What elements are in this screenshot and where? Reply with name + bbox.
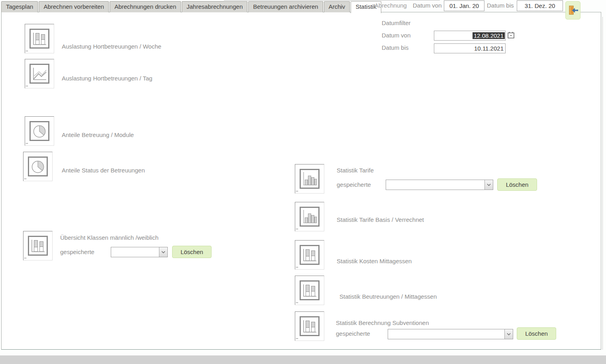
saved-select-value <box>111 247 159 257</box>
chart-label-statistik-tarife: Statistik Tarife <box>337 167 374 174</box>
chevron-down-icon[interactable] <box>504 329 513 339</box>
statistik-tarife-basis-button[interactable] <box>295 202 324 231</box>
anteile-status-button[interactable] <box>23 152 53 181</box>
chart-label-kosten-mittagessen: Statistik Kosten Mittagessen <box>337 258 412 264</box>
gespeicherte-label: gespeicherte <box>60 249 94 255</box>
abrechnung-label: Abrechnung <box>375 2 407 9</box>
stacked-bar-chart-icon <box>298 244 321 266</box>
exit-button[interactable] <box>565 1 581 20</box>
exit-door-arrow-icon <box>567 4 579 16</box>
header-datum-bis-label: Datum bis <box>487 2 514 9</box>
tab-betreuungen-archivieren[interactable]: Betreuungen archivieren <box>248 1 323 12</box>
datumfilter-bis-input[interactable]: 10.11.2021 <box>434 43 506 53</box>
calendar-icon <box>507 31 515 39</box>
tab-jahresabrechnungen[interactable]: Jahresabrechnungen <box>182 1 247 12</box>
uebersicht-klassen-saved-select[interactable] <box>111 247 168 257</box>
gespeicherte-label: gespeicherte <box>336 330 370 337</box>
header-datum-bis-input[interactable]: 31. Dez. 20 <box>517 0 563 11</box>
header-datum-von-label: Datum von <box>413 2 442 9</box>
stacked-bar-chart-icon <box>298 279 321 301</box>
header-datum-bis-value: 31. Dez. 20 <box>525 2 555 9</box>
datumfilter-von-input[interactable]: 12.08.2021 <box>434 31 506 41</box>
pie-chart-icon <box>28 120 51 142</box>
gespeicherte-label: gespeicherte <box>337 181 371 188</box>
chevron-down-icon[interactable] <box>159 247 167 257</box>
tab-abrechnen-vorbereiten[interactable]: Abrechnen vorbereiten <box>39 1 109 12</box>
statistik-kosten-mittagessen-button[interactable] <box>295 240 324 270</box>
saved-select-value <box>388 329 504 339</box>
datumfilter-bis-label: Datum bis <box>382 44 409 51</box>
statistik-tarife-button[interactable] <box>295 164 324 194</box>
uebersicht-klassen-loeschen-button[interactable]: Löschen <box>172 246 212 258</box>
uebersicht-klassen-button[interactable] <box>23 231 53 260</box>
app-window: Tagesplan Abrechnen vorbereiten Abrechnu… <box>0 0 606 364</box>
tab-tagesplan[interactable]: Tagesplan <box>1 1 38 12</box>
statistik-subventionen-button[interactable] <box>295 311 324 341</box>
subventionen-loeschen-button[interactable]: Löschen <box>517 327 556 340</box>
line-chart-icon <box>28 63 51 85</box>
anteile-module-button[interactable] <box>25 116 54 146</box>
header-datum-von-input[interactable]: 01. Jan. 20 <box>444 0 484 11</box>
statistik-betreuungen-mittagessen-button[interactable] <box>295 276 324 305</box>
histogram-chart-icon <box>298 205 321 228</box>
chart-label-anteile-status: Anteile Status der Betreuungen <box>62 167 145 174</box>
tab-strip: Tagesplan Abrechnen vorbereiten Abrechnu… <box>1 1 381 13</box>
cropped-border-artifact <box>224 0 440 0</box>
datumfilter-von-label: Datum von <box>382 32 411 39</box>
chart-label-auslastung-tag: Auslastung Hortbetreuungen / Tag <box>62 75 152 82</box>
panel-right-edge <box>602 17 603 350</box>
statistik-tarife-loeschen-button[interactable]: Löschen <box>497 178 537 191</box>
chart-label-auslastung-woche: Auslastung Hortbetreuungen / Woche <box>62 43 161 50</box>
pie-chart-icon <box>27 155 49 178</box>
date-picker-button[interactable] <box>507 31 515 39</box>
auslastung-woche-button[interactable] <box>25 24 54 53</box>
chevron-down-icon[interactable] <box>484 180 493 190</box>
stacked-bar-chart-icon <box>298 315 321 337</box>
saved-select-value <box>386 180 484 190</box>
datumfilter-title: Datumfilter <box>382 20 411 26</box>
auslastung-tag-button[interactable] <box>25 59 54 88</box>
status-bar <box>0 355 606 364</box>
datumfilter-bis-value: 10.11.2021 <box>474 45 504 52</box>
chart-label-uebersicht-klassen: Übersicht Klassen männlich /weiblich <box>60 234 159 241</box>
chart-label-betreuungen-mittagessen: Statistik Beutreuungen / Mittagessen <box>339 293 437 300</box>
datumfilter-von-value-selected: 12.08.2021 <box>473 32 505 39</box>
chart-label-anteile-module: Anteile Betreuung / Module <box>62 131 134 138</box>
header-datum-von-value: 01. Jan. 20 <box>449 2 479 9</box>
subventionen-saved-select[interactable] <box>388 329 513 339</box>
statistik-tarife-saved-select[interactable] <box>386 180 493 190</box>
tab-archiv[interactable]: Archiv <box>324 1 350 12</box>
chart-label-berechnung-subventionen: Statistik Berechnung Subventionen <box>336 319 429 326</box>
chart-label-tarife-basis-verrechnet: Statistik Tarife Basis / Verrechnet <box>337 216 424 223</box>
stacked-bar-chart-icon <box>27 235 49 257</box>
stacked-bar-chart-icon <box>28 27 51 50</box>
tab-abrechnungen-drucken[interactable]: Abrechnungen drucken <box>110 1 181 12</box>
histogram-chart-icon <box>298 168 321 190</box>
